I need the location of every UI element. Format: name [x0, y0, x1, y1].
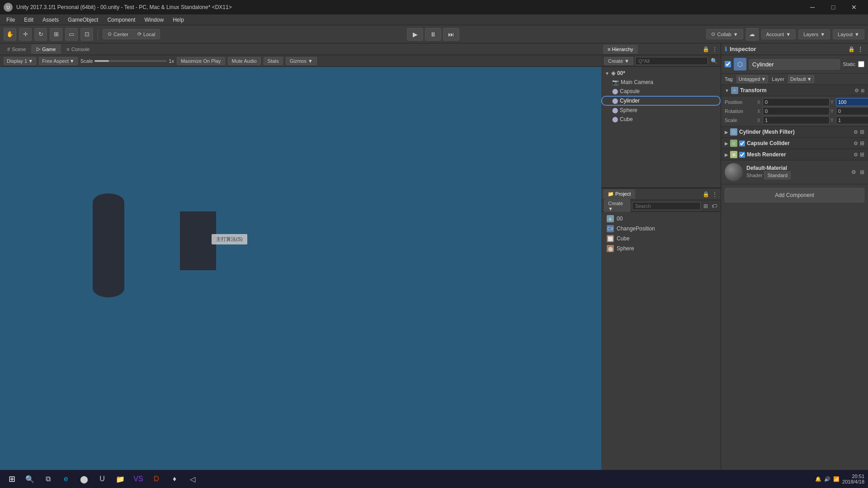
taskbar-item-6[interactable]: ◁	[184, 471, 201, 487]
scale-tool[interactable]: ⊞	[50, 28, 62, 41]
menu-gameobject[interactable]: GameObject	[63, 16, 103, 24]
start-button[interactable]: ⊞	[4, 471, 20, 487]
transform-settings-icon[interactable]: ⚙	[854, 88, 859, 94]
menu-file[interactable]: File	[2, 16, 19, 24]
hierarchy-search-input[interactable]	[635, 57, 708, 65]
hierarchy-item-capsule[interactable]: ⬤ Capsule	[601, 87, 721, 96]
menu-help[interactable]: Help	[168, 16, 189, 24]
mesh-renderer-enabled-checkbox[interactable]	[739, 152, 745, 158]
account-button[interactable]: Account ▼	[761, 29, 796, 39]
local-button[interactable]: ⟳ Local	[133, 29, 160, 39]
stats-button[interactable]: Stats	[264, 57, 283, 65]
position-y-input[interactable]	[836, 98, 868, 106]
capsule-collider-settings-icon[interactable]: ⚙	[854, 141, 858, 146]
collab-button[interactable]: ⊙ Collab ▼	[706, 29, 743, 39]
hierarchy-create-button[interactable]: Create ▼	[604, 57, 633, 65]
project-item-cube[interactable]: ⬜ Cube	[605, 234, 717, 244]
hierarchy-search-icon[interactable]: 🔍	[710, 57, 718, 65]
maximize-button[interactable]: □	[823, 0, 844, 14]
static-checkbox[interactable]	[858, 61, 864, 67]
hand-tool[interactable]: ✋	[4, 28, 16, 41]
taskbar-dev[interactable]: D	[148, 471, 165, 487]
hierarchy-scene-root[interactable]: ▼ ◈ 00*	[601, 69, 721, 78]
transform-tool[interactable]: ⊡	[80, 28, 93, 41]
menu-edit[interactable]: Edit	[19, 16, 38, 24]
project-item-sphere[interactable]: ⬤ Sphere	[605, 244, 717, 253]
hierarchy-item-main-camera[interactable]: 📷 Main Camera	[601, 78, 721, 87]
step-button[interactable]: ⏭	[443, 28, 459, 41]
hierarchy-tab[interactable]: ≡ Hierarchy	[603, 45, 638, 54]
transform-component-header[interactable]: ▼ ⊹ Transform ⚙ ⊞	[721, 85, 868, 96]
taskbar-vs[interactable]: VS	[130, 471, 146, 487]
play-button[interactable]: ▶	[407, 28, 423, 41]
project-menu-icon[interactable]: ⋮	[711, 190, 719, 198]
project-item-changeposition[interactable]: C# ChangePosition	[605, 224, 717, 234]
cloud-button[interactable]: ☁	[746, 28, 759, 41]
scale-slider[interactable]	[94, 60, 167, 62]
gizmos-button[interactable]: Gizmos ▼	[286, 57, 317, 65]
scale-x-input[interactable]	[763, 116, 830, 124]
center-button[interactable]: ⊙ Center	[103, 29, 133, 39]
menu-component[interactable]: Component	[103, 16, 140, 24]
hierarchy-menu-icon[interactable]: ⋮	[711, 45, 719, 53]
project-filter-icon[interactable]: ⊞	[703, 202, 709, 210]
aspect-dropdown[interactable]: Free Aspect ▼	[39, 57, 78, 65]
layer-dropdown[interactable]: Default ▼	[788, 75, 814, 83]
project-tab[interactable]: 📁 Project	[603, 189, 635, 199]
minimize-button[interactable]: ─	[802, 0, 823, 14]
mesh-renderer-header[interactable]: ▶ ▣ Mesh Renderer ⚙ ⊞	[721, 149, 868, 160]
taskbar-clock[interactable]: 20:51 2018/4/18	[842, 474, 864, 484]
menu-assets[interactable]: Assets	[38, 16, 63, 24]
pause-button[interactable]: ⏸	[425, 28, 441, 41]
taskbar-cortana[interactable]: 🔍	[22, 471, 38, 487]
mesh-renderer-settings-icon[interactable]: ⚙	[854, 152, 858, 158]
mute-audio-button[interactable]: Mute Audio	[228, 57, 261, 65]
menu-window[interactable]: Window	[140, 16, 168, 24]
tag-dropdown[interactable]: Untagged ▼	[736, 75, 769, 83]
rotation-x-input[interactable]	[763, 107, 830, 115]
project-search-input[interactable]	[632, 202, 701, 210]
rotate-tool[interactable]: ↻	[34, 28, 47, 41]
taskbar-explorer[interactable]: 📁	[112, 471, 128, 487]
taskbar-unity[interactable]: U	[94, 471, 110, 487]
object-name-input[interactable]	[749, 59, 840, 70]
tab-game[interactable]: ▷ Game	[31, 44, 61, 54]
capsule-collider-header[interactable]: ▶ ◎ Capsule Collider ⚙ ⊞	[721, 138, 868, 149]
project-create-button[interactable]: Create ▼	[604, 199, 630, 213]
inspector-lock-icon[interactable]: 🔒	[847, 45, 855, 53]
display-dropdown[interactable]: Display 1 ▼	[4, 57, 36, 65]
close-button[interactable]: ✕	[844, 0, 864, 14]
move-tool[interactable]: ✛	[19, 28, 32, 41]
inspector-menu-icon[interactable]: ⋮	[856, 45, 864, 53]
rotation-y-input[interactable]	[836, 107, 868, 115]
taskbar-task-view[interactable]: ⧉	[40, 471, 56, 487]
taskbar-edge[interactable]: e	[58, 471, 74, 487]
project-tag-icon[interactable]: 🏷	[711, 202, 718, 210]
taskbar-item-5[interactable]: ♦	[166, 471, 183, 487]
hierarchy-item-sphere[interactable]: ⬤ Sphere	[601, 106, 721, 115]
project-lock-icon[interactable]: 🔒	[702, 190, 710, 198]
maximize-on-play-button[interactable]: Maximize On Play	[177, 57, 225, 65]
hierarchy-lock-icon[interactable]: 🔒	[702, 45, 710, 53]
object-enabled-checkbox[interactable]	[725, 61, 731, 67]
project-item-00[interactable]: ◈ 00	[605, 214, 717, 224]
taskbar-chrome[interactable]: ⬤	[76, 471, 92, 487]
hierarchy-item-cube[interactable]: ⬤ Cube	[601, 115, 721, 124]
mesh-filter-settings-icon[interactable]: ⚙	[854, 129, 858, 135]
hierarchy-item-cylinder[interactable]: ⬤ Cylinder	[601, 96, 721, 106]
shader-dropdown[interactable]: Standard	[764, 171, 791, 179]
add-component-button[interactable]: Add Component	[725, 188, 864, 202]
rect-tool[interactable]: ▭	[65, 28, 78, 41]
notification-icon[interactable]: 🔔	[815, 476, 821, 482]
game-viewport[interactable]: 主打算法(S)	[0, 67, 601, 470]
position-x-input[interactable]	[763, 98, 830, 106]
capsule-collider-enabled-checkbox[interactable]	[739, 141, 745, 146]
tab-scene[interactable]: # Scene	[2, 45, 31, 54]
layout-button[interactable]: Layout ▼	[833, 29, 864, 39]
tab-console[interactable]: ≡ Console	[61, 45, 95, 54]
taskbar-network-icon[interactable]: 📶	[833, 476, 840, 482]
taskbar-volume-icon[interactable]: 🔊	[824, 476, 830, 482]
scale-y-input[interactable]	[836, 116, 868, 124]
layers-button[interactable]: Layers ▼	[798, 29, 830, 39]
mesh-filter-header[interactable]: ▶ ⬡ Cylinder (Mesh Filter) ⚙ ⊞	[721, 127, 868, 137]
